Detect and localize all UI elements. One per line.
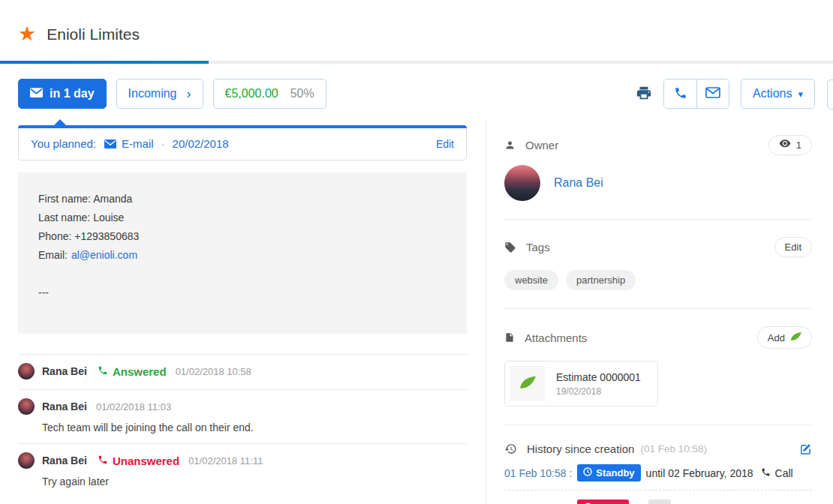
leaf-icon: [790, 331, 801, 344]
call-button[interactable]: [664, 80, 696, 108]
history-created-time: (01 Feb 10:58): [640, 443, 707, 454]
owner-avatar[interactable]: [504, 165, 540, 201]
planned-action-bar: You planned: E-mail · 20/02/2018 Edit: [18, 125, 467, 160]
print-button[interactable]: [636, 85, 652, 104]
watchers-badge[interactable]: 1: [768, 135, 812, 155]
attachment-date: 19/02/2018: [556, 386, 641, 397]
phone-icon: [98, 365, 108, 378]
add-attachment-label: Add: [768, 332, 785, 344]
phone-icon: [98, 454, 108, 467]
avatar: [18, 398, 35, 415]
planned-edit-link[interactable]: Edit: [436, 138, 454, 150]
attachment-card[interactable]: Estimate 0000001 19/02/2018: [504, 361, 658, 406]
amount-value: €5,000.00: [225, 87, 278, 100]
activity-timestamp: 01/02/2018 10:58: [176, 366, 251, 377]
main-column: You planned: E-mail · 20/02/2018 Edit Fi…: [18, 119, 467, 504]
active-tab-indicator: [0, 61, 209, 64]
printer-icon: [636, 85, 652, 104]
history-detail: until 02 February, 2018: [646, 467, 753, 479]
activity-author: Rana Bei: [42, 400, 87, 412]
activity-entry: Rana Bei 01/02/2018 11:03 Tech team will…: [18, 389, 467, 443]
activity-author: Rana Bei: [42, 365, 87, 377]
envelope-icon: [30, 87, 43, 100]
activity-entry: Rana Bei Unanswered 01/02/2018 11:11 Try…: [18, 443, 467, 497]
next-action-button[interactable]: in 1 day: [18, 79, 107, 109]
blank-line: [38, 265, 447, 284]
envelope-outline-icon: [705, 87, 720, 100]
standby-label: Standby: [596, 467, 634, 478]
toolbar-left: in 1 day Incoming › €5,000.00 50%: [18, 79, 326, 109]
activity-timestamp: 01/02/2018 11:11: [188, 455, 263, 466]
history-entry: 01 Feb 10:58 : Standby until 02 February…: [504, 464, 812, 490]
activity-comment: Try again later: [42, 476, 467, 488]
history-timestamp: 01 Feb 10:58 :: [504, 467, 572, 479]
caret-down-icon: ▾: [798, 88, 803, 100]
content: You planned: E-mail · 20/02/2018 Edit Fi…: [18, 119, 833, 504]
email-button[interactable]: [696, 80, 729, 108]
activity-timestamp: 01/02/2018 11:03: [96, 401, 171, 412]
info-line: First name: Amanda: [38, 190, 447, 208]
planned-label: You planned:: [31, 137, 96, 150]
planned-type: E-mail: [122, 137, 154, 150]
contact-button-group: [663, 79, 729, 109]
toolbar-right: Actions ▾: [636, 79, 815, 109]
history-section: History since creation (01 Feb 10:58) 01…: [504, 425, 812, 504]
leaf-icon: [519, 374, 536, 394]
actions-label: Actions: [753, 87, 792, 100]
activity-feed: Rana Bei Answered 01/02/2018 10:58: [18, 354, 467, 497]
history-icon: [504, 442, 517, 455]
email-label: Email:: [38, 249, 68, 261]
toolbar: in 1 day Incoming › €5,000.00 50%: [18, 79, 815, 109]
activity-author: Rana Bei: [42, 454, 87, 466]
owner-title: Owner: [525, 139, 558, 152]
scroll-peek-element[interactable]: [648, 500, 671, 504]
person-icon: [504, 140, 516, 151]
step-label: Incoming: [128, 87, 177, 100]
owner-section: Owner 1 Rana Bei: [504, 128, 812, 220]
owner-name-link[interactable]: Rana Bei: [554, 176, 603, 190]
favorite-star-icon[interactable]: ★: [18, 24, 36, 44]
info-line-email: Email:al@enioli.com: [38, 246, 447, 265]
tags-section: Tags Edit website partnership: [504, 220, 812, 309]
file-icon: [504, 332, 515, 344]
chevron-right-icon: ›: [187, 87, 191, 100]
phone-icon: [674, 86, 687, 102]
tag-chip[interactable]: website: [504, 270, 558, 290]
lead-detail-page: ★ Enioli Limites in 1 day Incoming › €5,…: [0, 0, 833, 504]
planned-accent-bar: [18, 125, 467, 128]
activity-comment: Tech team will be joining the call on th…: [42, 422, 467, 434]
history-title: History since creation: [527, 442, 634, 455]
clock-icon: [583, 467, 592, 478]
page-title: Enioli Limites: [47, 26, 140, 44]
call-status: Unanswered: [98, 454, 179, 467]
probability-value: 50%: [290, 87, 314, 100]
avatar: [18, 452, 35, 469]
tags-title: Tags: [526, 241, 550, 254]
planned-pointer: [54, 119, 66, 125]
email-link[interactable]: al@enioli.com: [71, 249, 137, 261]
amount-button[interactable]: €5,000.00 50%: [213, 79, 326, 109]
attachments-section: Attachments Add Estim: [504, 309, 812, 425]
cut-off-edge-button[interactable]: [827, 80, 833, 110]
next-action-label: in 1 day: [50, 87, 95, 100]
call-status: Answered: [98, 365, 167, 378]
attachments-title: Attachments: [525, 332, 587, 344]
info-line: Last name: Louise: [38, 208, 447, 227]
attachment-name: Estimate 0000001: [556, 371, 641, 383]
tag-icon: [504, 242, 516, 254]
add-attachment-button[interactable]: Add: [757, 326, 812, 349]
phone-icon: [761, 467, 771, 479]
page-header: ★ Enioli Limites: [0, 0, 833, 64]
history-action-label: Call: [775, 467, 793, 479]
activity-entry: Rana Bei Answered 01/02/2018 10:58: [18, 354, 467, 389]
standby-badge: Standby: [577, 464, 640, 482]
watchers-count: 1: [796, 140, 801, 151]
lead-description-box: First name: Amanda Last name: Louise Pho…: [18, 172, 467, 334]
actions-dropdown-button[interactable]: Actions ▾: [741, 79, 815, 109]
edit-history-icon[interactable]: [799, 442, 812, 455]
tags-edit-button[interactable]: Edit: [774, 237, 812, 257]
step-button[interactable]: Incoming ›: [116, 79, 203, 109]
tag-chip[interactable]: partnership: [566, 270, 636, 290]
call-status-label: Answered: [113, 365, 167, 378]
avatar: [18, 363, 35, 380]
